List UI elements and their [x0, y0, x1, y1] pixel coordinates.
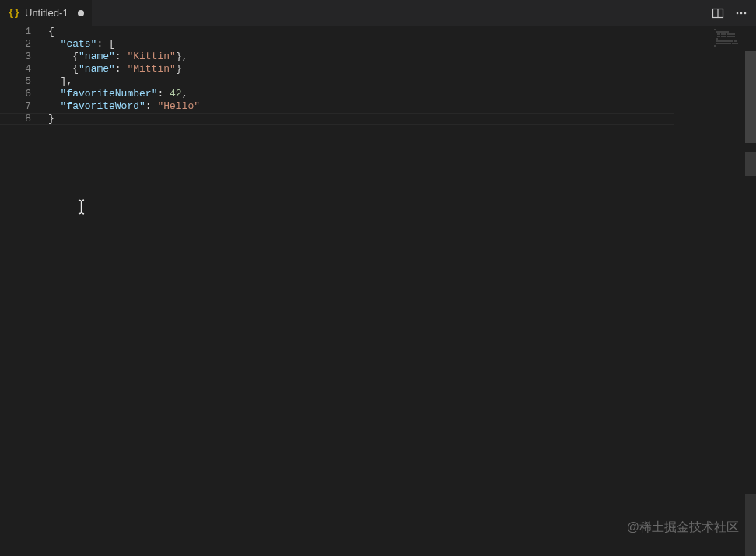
code-line[interactable]: "favoriteWord": "Hello" — [48, 100, 756, 113]
code-area[interactable]: { "cats": [ {"name": "Kittin"}, {"name":… — [48, 26, 756, 556]
code-line[interactable]: {"name": "Kittin"}, — [48, 51, 756, 63]
tab-actions — [711, 6, 756, 20]
line-number: 2 — [0, 38, 48, 51]
tab-label: Untitled-1 — [25, 7, 68, 19]
code-line[interactable]: "cats": [ — [48, 38, 756, 51]
minimap[interactable] — [714, 29, 745, 47]
scrollbar-overview-marker — [745, 152, 756, 176]
line-number: 7 — [0, 100, 48, 113]
line-number: 8 — [0, 113, 48, 125]
line-number: 3 — [0, 51, 48, 63]
scrollbar-overview-top — [745, 51, 756, 143]
dirty-indicator-icon — [78, 10, 84, 16]
code-line[interactable]: } — [48, 113, 756, 125]
svg-point-3 — [740, 12, 743, 14]
tab-bar: {} Untitled-1 — [0, 0, 756, 26]
split-editor-icon[interactable] — [711, 6, 725, 20]
editor[interactable]: 12345678 { "cats": [ {"name": "Kittin"},… — [0, 26, 756, 556]
json-icon: {} — [8, 7, 20, 19]
vertical-scrollbar[interactable] — [745, 51, 756, 556]
code-line[interactable]: "favoriteNumber": 42, — [48, 88, 756, 100]
tab-untitled[interactable]: {} Untitled-1 — [0, 0, 92, 26]
line-number: 4 — [0, 63, 48, 75]
scrollbar-overview-bottom — [745, 494, 756, 556]
tab-group: {} Untitled-1 — [0, 0, 92, 26]
code-line[interactable]: {"name": "Mittin"} — [48, 63, 756, 75]
code-line[interactable]: { — [48, 26, 756, 38]
gutter: 12345678 — [0, 26, 48, 556]
more-actions-icon[interactable] — [734, 6, 748, 20]
svg-point-2 — [737, 12, 739, 14]
svg-point-4 — [744, 12, 747, 14]
line-number: 5 — [0, 75, 48, 88]
code-line[interactable]: ], — [48, 75, 756, 88]
watermark: @稀土掘金技术社区 — [627, 519, 739, 536]
line-number: 6 — [0, 88, 48, 100]
line-number: 1 — [0, 26, 48, 38]
